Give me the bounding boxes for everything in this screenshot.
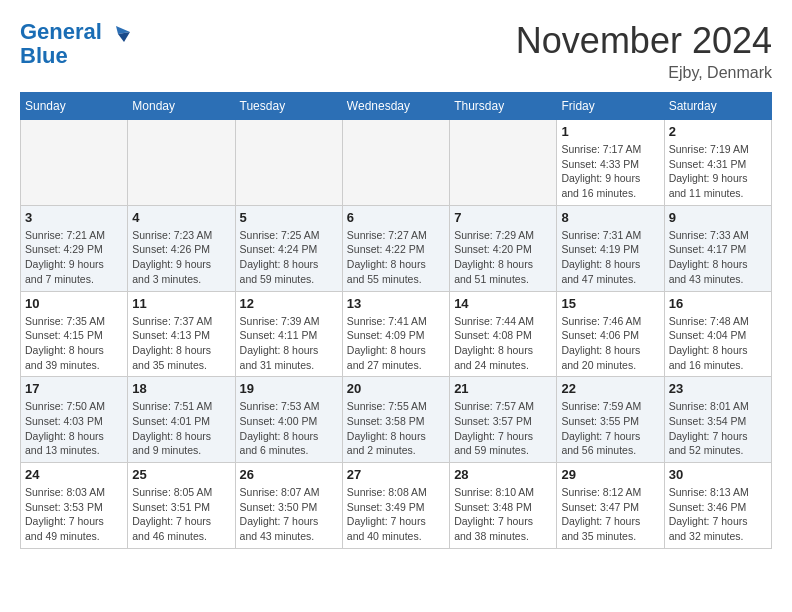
calendar-cell: 11Sunrise: 7:37 AM Sunset: 4:13 PM Dayli… <box>128 291 235 377</box>
location: Ejby, Denmark <box>516 64 772 82</box>
calendar-cell: 14Sunrise: 7:44 AM Sunset: 4:08 PM Dayli… <box>450 291 557 377</box>
day-info: Sunrise: 8:10 AM Sunset: 3:48 PM Dayligh… <box>454 485 552 544</box>
calendar-cell: 13Sunrise: 7:41 AM Sunset: 4:09 PM Dayli… <box>342 291 449 377</box>
day-number: 29 <box>561 467 659 482</box>
day-info: Sunrise: 7:39 AM Sunset: 4:11 PM Dayligh… <box>240 314 338 373</box>
day-number: 23 <box>669 381 767 396</box>
calendar-cell: 23Sunrise: 8:01 AM Sunset: 3:54 PM Dayli… <box>664 377 771 463</box>
header-friday: Friday <box>557 93 664 120</box>
calendar-week-2: 3Sunrise: 7:21 AM Sunset: 4:29 PM Daylig… <box>21 205 772 291</box>
day-number: 9 <box>669 210 767 225</box>
day-number: 14 <box>454 296 552 311</box>
calendar-week-3: 10Sunrise: 7:35 AM Sunset: 4:15 PM Dayli… <box>21 291 772 377</box>
day-info: Sunrise: 7:55 AM Sunset: 3:58 PM Dayligh… <box>347 399 445 458</box>
day-info: Sunrise: 8:03 AM Sunset: 3:53 PM Dayligh… <box>25 485 123 544</box>
calendar-cell <box>450 120 557 206</box>
day-number: 22 <box>561 381 659 396</box>
day-info: Sunrise: 7:44 AM Sunset: 4:08 PM Dayligh… <box>454 314 552 373</box>
day-number: 7 <box>454 210 552 225</box>
day-info: Sunrise: 8:05 AM Sunset: 3:51 PM Dayligh… <box>132 485 230 544</box>
calendar-cell: 19Sunrise: 7:53 AM Sunset: 4:00 PM Dayli… <box>235 377 342 463</box>
calendar-table: SundayMondayTuesdayWednesdayThursdayFrid… <box>20 92 772 549</box>
day-number: 28 <box>454 467 552 482</box>
day-info: Sunrise: 7:48 AM Sunset: 4:04 PM Dayligh… <box>669 314 767 373</box>
calendar-cell: 22Sunrise: 7:59 AM Sunset: 3:55 PM Dayli… <box>557 377 664 463</box>
calendar-cell: 1Sunrise: 7:17 AM Sunset: 4:33 PM Daylig… <box>557 120 664 206</box>
calendar-cell: 2Sunrise: 7:19 AM Sunset: 4:31 PM Daylig… <box>664 120 771 206</box>
day-info: Sunrise: 7:51 AM Sunset: 4:01 PM Dayligh… <box>132 399 230 458</box>
day-number: 21 <box>454 381 552 396</box>
day-info: Sunrise: 7:50 AM Sunset: 4:03 PM Dayligh… <box>25 399 123 458</box>
day-number: 16 <box>669 296 767 311</box>
calendar-cell: 25Sunrise: 8:05 AM Sunset: 3:51 PM Dayli… <box>128 463 235 549</box>
header-tuesday: Tuesday <box>235 93 342 120</box>
logo-blue: Blue <box>20 44 130 68</box>
calendar-cell: 18Sunrise: 7:51 AM Sunset: 4:01 PM Dayli… <box>128 377 235 463</box>
day-number: 3 <box>25 210 123 225</box>
calendar-cell: 24Sunrise: 8:03 AM Sunset: 3:53 PM Dayli… <box>21 463 128 549</box>
calendar-cell: 9Sunrise: 7:33 AM Sunset: 4:17 PM Daylig… <box>664 205 771 291</box>
calendar-cell: 7Sunrise: 7:29 AM Sunset: 4:20 PM Daylig… <box>450 205 557 291</box>
logo-general: General <box>20 19 102 44</box>
calendar-cell: 4Sunrise: 7:23 AM Sunset: 4:26 PM Daylig… <box>128 205 235 291</box>
page-header: General Blue November 2024 Ejby, Denmark <box>20 20 772 82</box>
day-number: 24 <box>25 467 123 482</box>
calendar-cell: 5Sunrise: 7:25 AM Sunset: 4:24 PM Daylig… <box>235 205 342 291</box>
calendar-cell: 8Sunrise: 7:31 AM Sunset: 4:19 PM Daylig… <box>557 205 664 291</box>
calendar-cell <box>235 120 342 206</box>
day-info: Sunrise: 7:33 AM Sunset: 4:17 PM Dayligh… <box>669 228 767 287</box>
day-number: 15 <box>561 296 659 311</box>
header-thursday: Thursday <box>450 93 557 120</box>
day-info: Sunrise: 7:46 AM Sunset: 4:06 PM Dayligh… <box>561 314 659 373</box>
day-info: Sunrise: 7:21 AM Sunset: 4:29 PM Dayligh… <box>25 228 123 287</box>
calendar-cell: 20Sunrise: 7:55 AM Sunset: 3:58 PM Dayli… <box>342 377 449 463</box>
day-number: 5 <box>240 210 338 225</box>
day-info: Sunrise: 8:07 AM Sunset: 3:50 PM Dayligh… <box>240 485 338 544</box>
day-number: 26 <box>240 467 338 482</box>
calendar-cell <box>21 120 128 206</box>
day-number: 1 <box>561 124 659 139</box>
calendar-week-4: 17Sunrise: 7:50 AM Sunset: 4:03 PM Dayli… <box>21 377 772 463</box>
calendar-week-5: 24Sunrise: 8:03 AM Sunset: 3:53 PM Dayli… <box>21 463 772 549</box>
day-info: Sunrise: 7:59 AM Sunset: 3:55 PM Dayligh… <box>561 399 659 458</box>
day-info: Sunrise: 7:27 AM Sunset: 4:22 PM Dayligh… <box>347 228 445 287</box>
day-info: Sunrise: 8:13 AM Sunset: 3:46 PM Dayligh… <box>669 485 767 544</box>
title-area: November 2024 Ejby, Denmark <box>516 20 772 82</box>
logo-text: General <box>20 20 130 44</box>
header-sunday: Sunday <box>21 93 128 120</box>
calendar-cell: 16Sunrise: 7:48 AM Sunset: 4:04 PM Dayli… <box>664 291 771 377</box>
calendar-cell: 10Sunrise: 7:35 AM Sunset: 4:15 PM Dayli… <box>21 291 128 377</box>
calendar-cell: 6Sunrise: 7:27 AM Sunset: 4:22 PM Daylig… <box>342 205 449 291</box>
day-info: Sunrise: 8:12 AM Sunset: 3:47 PM Dayligh… <box>561 485 659 544</box>
day-number: 4 <box>132 210 230 225</box>
header-wednesday: Wednesday <box>342 93 449 120</box>
day-number: 27 <box>347 467 445 482</box>
calendar-cell: 30Sunrise: 8:13 AM Sunset: 3:46 PM Dayli… <box>664 463 771 549</box>
day-info: Sunrise: 7:23 AM Sunset: 4:26 PM Dayligh… <box>132 228 230 287</box>
calendar-cell: 26Sunrise: 8:07 AM Sunset: 3:50 PM Dayli… <box>235 463 342 549</box>
day-info: Sunrise: 7:57 AM Sunset: 3:57 PM Dayligh… <box>454 399 552 458</box>
day-info: Sunrise: 7:37 AM Sunset: 4:13 PM Dayligh… <box>132 314 230 373</box>
day-number: 6 <box>347 210 445 225</box>
day-info: Sunrise: 7:29 AM Sunset: 4:20 PM Dayligh… <box>454 228 552 287</box>
calendar-cell: 21Sunrise: 7:57 AM Sunset: 3:57 PM Dayli… <box>450 377 557 463</box>
day-number: 2 <box>669 124 767 139</box>
calendar-cell: 29Sunrise: 8:12 AM Sunset: 3:47 PM Dayli… <box>557 463 664 549</box>
logo: General Blue <box>20 20 130 68</box>
calendar-cell: 28Sunrise: 8:10 AM Sunset: 3:48 PM Dayli… <box>450 463 557 549</box>
calendar-cell: 17Sunrise: 7:50 AM Sunset: 4:03 PM Dayli… <box>21 377 128 463</box>
day-info: Sunrise: 7:19 AM Sunset: 4:31 PM Dayligh… <box>669 142 767 201</box>
logo-bird-icon <box>108 24 130 42</box>
day-info: Sunrise: 7:17 AM Sunset: 4:33 PM Dayligh… <box>561 142 659 201</box>
header-monday: Monday <box>128 93 235 120</box>
calendar-cell: 27Sunrise: 8:08 AM Sunset: 3:49 PM Dayli… <box>342 463 449 549</box>
day-number: 18 <box>132 381 230 396</box>
calendar-cell: 12Sunrise: 7:39 AM Sunset: 4:11 PM Dayli… <box>235 291 342 377</box>
calendar-cell: 3Sunrise: 7:21 AM Sunset: 4:29 PM Daylig… <box>21 205 128 291</box>
day-info: Sunrise: 8:01 AM Sunset: 3:54 PM Dayligh… <box>669 399 767 458</box>
day-info: Sunrise: 8:08 AM Sunset: 3:49 PM Dayligh… <box>347 485 445 544</box>
calendar-cell <box>342 120 449 206</box>
day-number: 30 <box>669 467 767 482</box>
day-number: 25 <box>132 467 230 482</box>
month-title: November 2024 <box>516 20 772 62</box>
